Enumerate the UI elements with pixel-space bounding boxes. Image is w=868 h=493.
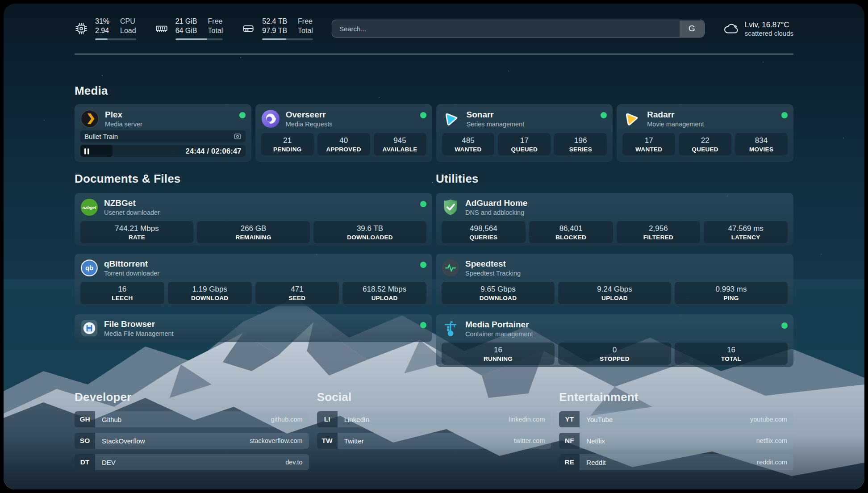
speedtest-icon xyxy=(442,259,459,277)
qbittorrent-stat-download: 1.19 Gbps DOWNLOAD xyxy=(168,282,252,304)
speedtest-subtitle: Speedtest Tracking xyxy=(465,270,521,277)
nzbget-subtitle: Usenet downloader xyxy=(104,209,160,216)
nzbget-card[interactable]: nzbget NZBGet Usenet downloader 744.21 M… xyxy=(75,193,432,246)
plex-progress-bar: 24:44 / 02:06:47 xyxy=(80,145,246,157)
radarr-stat-queued: 22 QUEUED xyxy=(679,133,731,155)
adguard-card[interactable]: AdGuard Home DNS and adblocking 498,564 … xyxy=(436,193,793,246)
portainer-status-dot xyxy=(781,322,788,329)
qbittorrent-stat-seed: 471 SEED xyxy=(255,282,339,304)
plex-status-dot xyxy=(239,112,246,118)
memory-label-top: Free xyxy=(208,17,223,26)
sonarr-title: Sonarr xyxy=(467,110,525,120)
disk-total-value: 97.9 TB xyxy=(262,26,287,36)
bookmark-youtube[interactable]: YT YouTube youtube.com xyxy=(559,411,793,427)
radarr-title: Radarr xyxy=(647,110,704,120)
overseerr-subtitle: Media Requests xyxy=(286,121,333,128)
section-developer: Developer GH Github github.com SO StackO… xyxy=(75,390,309,470)
bookmark-netflix[interactable]: NF Netflix netflix.com xyxy=(559,433,793,449)
search-provider-button[interactable]: G xyxy=(680,21,704,37)
adguard-stat-blocked: 86,401 BLOCKED xyxy=(529,221,613,243)
cpu-load-value: 2.94 xyxy=(95,26,109,36)
radarr-status-dot xyxy=(781,112,788,118)
overseerr-stat-approved: 40 APPROVED xyxy=(317,133,370,155)
plex-now-playing-row: Bullet Train xyxy=(80,130,246,142)
plex-subtitle: Media server xyxy=(105,121,142,128)
speedtest-title: Speedtest xyxy=(465,259,521,269)
plex-card[interactable]: Plex Media server Bullet Train xyxy=(75,104,251,162)
portainer-title: Media Portainer xyxy=(465,320,533,330)
media-heading: Media xyxy=(75,84,793,98)
header-bar: 31% 2.94 CPU Load xyxy=(75,17,793,40)
nzbget-title: NZBGet xyxy=(104,198,160,208)
adguard-stat-filtered: 2,956 FILTERED xyxy=(617,221,701,243)
radarr-icon xyxy=(622,109,641,128)
nzbget-stat-remaining: 266 GB REMAINING xyxy=(197,221,310,243)
memory-progress-bar xyxy=(175,38,223,40)
bookmark-linkedin[interactable]: LI LinkedIn linkedin.com xyxy=(317,411,551,427)
bookmark-reddit[interactable]: RE Reddit reddit.com xyxy=(559,454,793,470)
sonarr-stat-queued: 17 QUEUED xyxy=(498,133,551,155)
sonarr-icon xyxy=(442,109,461,128)
filebrowser-card[interactable]: File Browser Media File Management xyxy=(75,314,432,342)
bookmark-dev[interactable]: DT DEV dev.to xyxy=(75,454,309,470)
adguard-stat-latency: 47.569 ms LATENCY xyxy=(704,221,788,243)
speedtest-stat-download: 9.65 Gbps DOWNLOAD xyxy=(442,282,555,304)
pause-button[interactable] xyxy=(84,148,90,154)
filebrowser-subtitle: Media File Management xyxy=(104,330,174,337)
memory-stat: 21 GiB 64 GiB Free Total xyxy=(155,17,223,40)
plex-title: Plex xyxy=(105,110,142,120)
sonarr-subtitle: Series management xyxy=(467,121,525,128)
disk-icon xyxy=(242,22,255,35)
nzbget-stat-downloaded: 39.6 TB DOWNLOADED xyxy=(313,221,426,243)
sonarr-status-dot xyxy=(601,112,607,118)
overseerr-card[interactable]: Overseerr Media Requests 21 PENDING 40 A… xyxy=(255,104,432,162)
overseerr-status-dot xyxy=(420,112,426,118)
developer-heading: Developer xyxy=(75,390,309,404)
filebrowser-status-dot xyxy=(420,322,426,328)
section-social: Social LI LinkedIn linkedin.com TW Twitt… xyxy=(317,390,551,470)
svg-text:qb: qb xyxy=(85,264,93,272)
cpu-progress-bar xyxy=(95,38,136,40)
radarr-stat-movies: 834 MOVIES xyxy=(735,133,788,155)
portainer-stat-total: 16 TOTAL xyxy=(675,343,788,365)
portainer-card[interactable]: Media Portainer Container management 16 … xyxy=(436,314,793,367)
disk-stat: 52.4 TB 97.9 TB Free Total xyxy=(242,17,313,40)
weather-location-temp: Lviv, 16.87°C xyxy=(745,21,793,29)
search-bar: G xyxy=(332,20,705,38)
header-divider xyxy=(75,54,793,54)
disk-label-bottom: Total xyxy=(298,26,313,36)
cloud-icon xyxy=(723,22,739,35)
entertainment-heading: Entertainment xyxy=(559,390,793,404)
memory-total-value: 64 GiB xyxy=(175,26,197,36)
speedtest-stat-ping: 0.993 ms PING xyxy=(675,282,788,304)
qbittorrent-stat-leech: 16 LEECH xyxy=(80,282,164,304)
disk-progress-bar xyxy=(262,38,313,40)
documents-heading: Documents & Files xyxy=(75,172,432,186)
search-input[interactable] xyxy=(332,20,705,38)
nzbget-stat-rate: 744.21 Mbps RATE xyxy=(80,221,193,243)
cpu-usage-value: 31% xyxy=(95,17,109,26)
sonarr-card[interactable]: Sonarr Series management 485 WANTED 17 Q… xyxy=(436,104,613,162)
cpu-stat: 31% 2.94 CPU Load xyxy=(75,17,136,40)
bookmark-github[interactable]: GH Github github.com xyxy=(75,411,309,427)
adguard-title: AdGuard Home xyxy=(465,198,527,208)
bookmark-twitter[interactable]: TW Twitter twitter.com xyxy=(317,433,551,449)
portainer-stat-stopped: 0 STOPPED xyxy=(558,343,671,365)
ram-icon xyxy=(155,22,168,35)
utilities-heading: Utilities xyxy=(436,172,793,186)
qbittorrent-status-dot xyxy=(420,262,426,268)
bookmark-stackoverflow[interactable]: SO StackOverflow stackoverflow.com xyxy=(75,433,309,449)
weather-widget: Lviv, 16.87°C scattered clouds xyxy=(723,21,793,37)
speedtest-card[interactable]: Speedtest Speedtest Tracking 9.65 Gbps D… xyxy=(436,254,793,306)
nzbget-icon: nzbget xyxy=(80,198,98,216)
radarr-subtitle: Movie management xyxy=(647,121,704,128)
section-utilities: Utilities AdGuard Home xyxy=(436,172,793,367)
overseerr-title: Overseerr xyxy=(286,110,333,120)
cpu-label-top: CPU xyxy=(120,17,136,26)
memory-label-bottom: Total xyxy=(208,26,223,36)
cpu-icon xyxy=(75,22,88,35)
radarr-card[interactable]: Radarr Movie management 17 WANTED 22 QUE… xyxy=(617,104,793,162)
adguard-subtitle: DNS and adblocking xyxy=(465,209,527,216)
portainer-stat-running: 16 RUNNING xyxy=(442,343,555,365)
qbittorrent-card[interactable]: qb qBittorrent Torrent downloader 16 xyxy=(75,254,432,306)
